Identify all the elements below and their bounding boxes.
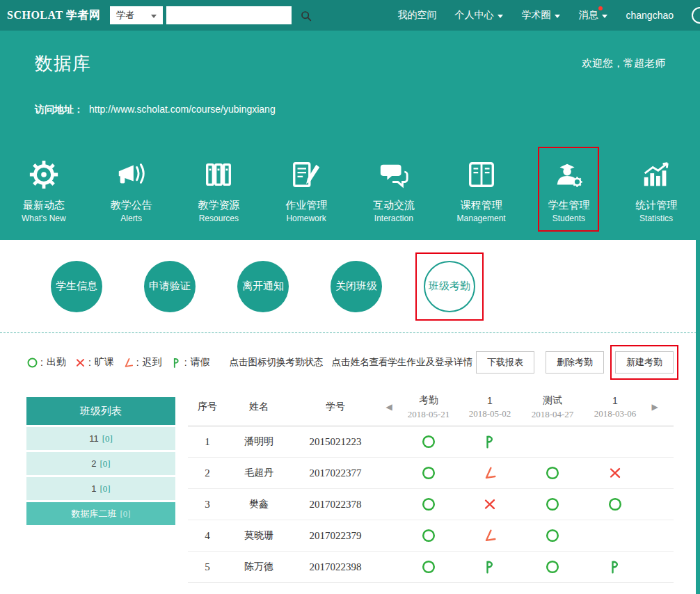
search-input[interactable]: [166, 6, 300, 24]
module-label-zh: 教学公告: [111, 199, 152, 212]
attendance-mark[interactable]: [459, 489, 520, 520]
homework-icon: [290, 159, 322, 191]
search-icon[interactable]: [300, 10, 312, 22]
attendance-mark[interactable]: [584, 458, 646, 488]
floating-sidebar-strip[interactable]: [696, 240, 700, 594]
usage-hints: 点击图标切换考勤状态 点击姓名查看学生作业及登录详情: [230, 356, 473, 369]
attendance-table: 序号 姓名 学号 ◀ 考勤 2018-05-21 1 2018-05-02 测试…: [188, 388, 674, 583]
nav-personal-center[interactable]: 个人中心: [454, 9, 503, 22]
attendance-date: 2018-05-21: [398, 409, 459, 420]
nav-messages[interactable]: 消息: [578, 9, 607, 22]
nav-academic-circle[interactable]: 学术圈: [521, 9, 560, 22]
attendance-mark[interactable]: [520, 520, 584, 551]
scholat-logo[interactable]: SCHOLAT 学者网: [7, 8, 100, 23]
attendance-content: : 出勤 : 旷课 : 迟到 : 请假 点击图标切换考勤状态 点击姓名查看学生作…: [0, 351, 700, 583]
role-dropdown[interactable]: 学者: [110, 6, 163, 24]
attendance-mark[interactable]: [459, 552, 520, 582]
module-students[interactable]: 学生管理 Students: [525, 159, 613, 223]
legend-label: 迟到: [143, 356, 162, 369]
attendance-mark[interactable]: [520, 489, 584, 520]
attendance-column-3[interactable]: 测试 2018-04-27: [520, 394, 584, 420]
student-name[interactable]: 陈万德: [227, 561, 291, 573]
present-mark-icon: [26, 357, 38, 369]
subnav-apply-verify[interactable]: 申请验证: [144, 261, 196, 312]
module-statistics[interactable]: 统计管理 Statistics: [612, 159, 700, 223]
username[interactable]: changchao: [626, 10, 674, 21]
username-label: changchao: [626, 10, 674, 21]
class-count: [0]: [120, 508, 130, 520]
class-item-1[interactable]: 1 [0]: [26, 477, 175, 500]
chevron-down-icon: [151, 15, 157, 18]
prev-page-arrow[interactable]: ◀: [380, 402, 398, 412]
module-label-zh: 学生管理: [548, 199, 589, 212]
attendance-column-4[interactable]: 1 2018-03-06: [584, 395, 646, 419]
nav-my-space[interactable]: 我的空间: [397, 9, 436, 22]
row-no: 2: [188, 467, 227, 479]
student-name[interactable]: 樊鑫: [227, 498, 291, 511]
table-row: 3 樊鑫 2017022378: [188, 489, 674, 520]
url-label: 访问地址：: [35, 104, 83, 116]
next-page-arrow[interactable]: ▶: [646, 402, 664, 412]
subnav-close-class[interactable]: 关闭班级: [331, 261, 382, 312]
attendance-title: 1: [584, 395, 646, 406]
attendance-mark[interactable]: [398, 426, 459, 457]
student-name[interactable]: 潘明明: [227, 435, 291, 448]
attendance-mark[interactable]: [398, 552, 459, 582]
module-whats-new[interactable]: 最新动态 What's New: [0, 159, 88, 223]
student-id: 2017022398: [291, 561, 380, 573]
table-row: 4 莫晓珊 2017022379: [188, 520, 674, 552]
class-item-database-2[interactable]: 数据库二班 [0]: [26, 502, 175, 525]
legend-late: : 迟到: [122, 356, 162, 369]
module-resources[interactable]: 教学资源 Resources: [175, 159, 263, 223]
legend-separator: :: [136, 357, 139, 368]
table-row: 2 毛超丹 2017022377: [188, 458, 674, 489]
delete-attendance-button[interactable]: 删除考勤: [546, 351, 604, 374]
subnav-leave-notice[interactable]: 离开通知: [237, 261, 289, 312]
role-dropdown-value: 学者: [116, 9, 134, 22]
class-list: 班级列表 11 [0] 2 [0] 1 [0] 数据库二班 [0]: [26, 397, 175, 583]
attendance-mark[interactable]: [584, 489, 646, 520]
module-management[interactable]: 课程管理 Management: [438, 159, 525, 223]
download-report-button[interactable]: 下载报表: [476, 351, 534, 374]
module-homework[interactable]: 作业管理 Homework: [262, 159, 350, 223]
attendance-column-1[interactable]: 考勤 2018-05-21: [398, 394, 459, 420]
class-count: [0]: [100, 483, 111, 495]
module-label-en: Interaction: [374, 214, 413, 223]
student-name[interactable]: 莫晓珊: [227, 529, 291, 542]
col-header-no: 序号: [188, 401, 227, 413]
nav-label: 消息: [578, 9, 598, 22]
class-name: 11: [89, 433, 99, 444]
attendance-mark[interactable]: [520, 552, 584, 582]
attendance-mark[interactable]: [459, 458, 520, 488]
module-label-zh: 互动交流: [373, 199, 415, 212]
module-interaction[interactable]: 互动交流 Interaction: [350, 159, 438, 223]
module-label-en: Resources: [199, 214, 239, 223]
class-item-2[interactable]: 2 [0]: [26, 452, 175, 475]
student-id: 2017022378: [291, 499, 380, 511]
module-alerts[interactable]: 教学公告 Alerts: [88, 159, 175, 223]
student-id: 2015021223: [291, 436, 380, 448]
nav-label: 个人中心: [454, 9, 493, 22]
attendance-mark[interactable]: [584, 552, 646, 582]
legend-separator: :: [40, 357, 43, 368]
class-item-11[interactable]: 11 [0]: [26, 427, 175, 450]
subnav-student-info[interactable]: 学生信息: [51, 261, 102, 312]
new-attendance-button[interactable]: 新建考勤: [615, 351, 674, 374]
module-label-zh: 作业管理: [285, 199, 327, 212]
row-no: 3: [188, 499, 227, 511]
attendance-column-2[interactable]: 1 2018-05-02: [459, 395, 520, 419]
student-name[interactable]: 毛超丹: [227, 467, 291, 479]
attendance-mark[interactable]: [398, 458, 459, 488]
attendance-mark[interactable]: [398, 520, 459, 551]
attendance-mark[interactable]: [520, 458, 584, 488]
notification-dot: [598, 6, 603, 10]
chat-icon: [378, 159, 410, 191]
attendance-mark[interactable]: [459, 426, 520, 457]
legend-separator: :: [88, 357, 91, 368]
module-label-en: Alerts: [120, 214, 142, 223]
attendance-mark[interactable]: [398, 489, 459, 520]
subnav-class-attendance[interactable]: 班级考勤: [424, 261, 475, 312]
welcome-message: 欢迎您，常超老师: [582, 57, 665, 70]
attendance-mark: [584, 520, 646, 551]
attendance-mark[interactable]: [459, 520, 520, 551]
